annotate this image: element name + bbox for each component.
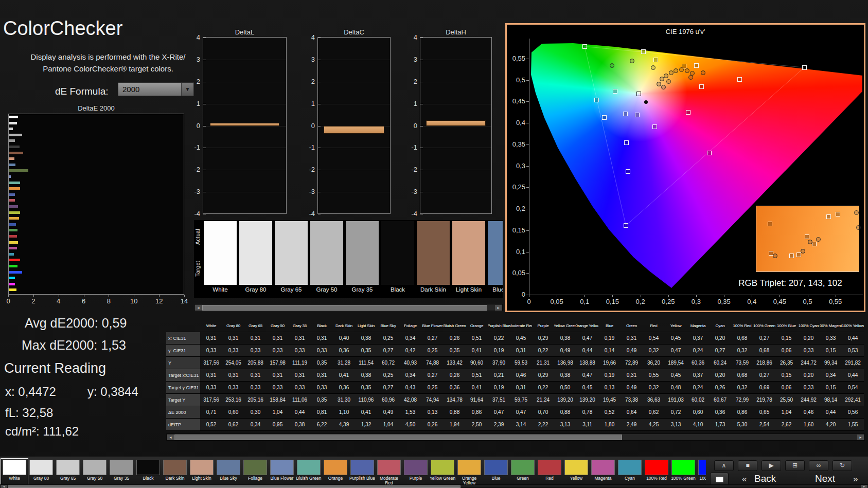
- patch-label: Gray 80: [239, 286, 272, 293]
- toolbar-patch-gray-35[interactable]: Gray 35: [108, 459, 135, 485]
- chart-plot: [203, 37, 287, 214]
- toolbar-patch-orange-yellow[interactable]: Orange Yellow: [456, 459, 483, 485]
- toolbar-patch-green[interactable]: Green: [509, 459, 536, 485]
- toolbar-patch-black[interactable]: Black: [135, 459, 162, 485]
- page-scrollbar: ◂ ▸: [0, 484, 868, 488]
- actual-swatch: [275, 221, 308, 253]
- axis-tick-label: 0,35: [508, 140, 525, 148]
- axis-tick: [203, 126, 206, 126]
- reading-y-value: y: 0,3844: [87, 385, 138, 399]
- toolbar-patch-100-red[interactable]: 100% Red: [643, 459, 670, 485]
- table-cell: 0,81: [311, 406, 333, 419]
- toolbar-patch-moderate-red[interactable]: Moderate Red: [376, 459, 402, 485]
- toolbar-patch-purple[interactable]: Purple: [402, 459, 429, 485]
- stop-icon[interactable]: ■: [738, 460, 757, 471]
- patch-label: Gray 65: [275, 286, 308, 293]
- table-cell: 0,36: [709, 406, 731, 419]
- de-formula-dropdown[interactable]: 2000 ▼: [118, 82, 194, 96]
- fullscreen-icon[interactable]: ⊞: [785, 460, 805, 471]
- scroll-left-icon[interactable]: ◂: [167, 435, 174, 440]
- patch-label: Gray 35: [346, 286, 379, 293]
- table-cell: 21,24: [532, 394, 554, 406]
- table-cell: 0,45: [665, 332, 687, 345]
- table-cell: 91,64: [466, 394, 488, 406]
- table-cell: 317,56: [200, 357, 222, 369]
- axis-tick-label: 4: [304, 33, 315, 41]
- toolbar-patch-yellow-green[interactable]: Yellow Green: [429, 459, 456, 485]
- nav-next-icon[interactable]: »: [853, 474, 858, 484]
- axis-tick: [526, 166, 529, 167]
- target-square-marker: [652, 124, 657, 129]
- scroll-right-icon[interactable]: ▸: [861, 485, 867, 488]
- page-scrollbar-thumb[interactable]: [8, 485, 460, 488]
- measured-circle-marker: [651, 65, 656, 70]
- toolbar-patch-orange[interactable]: Orange: [322, 459, 349, 485]
- toolbar-patch-gray-80[interactable]: Gray 80: [28, 459, 55, 485]
- deltae-bar: [9, 152, 23, 154]
- gridline: [318, 104, 390, 104]
- toolbar-patch-gray-65[interactable]: Gray 65: [55, 459, 81, 485]
- axis-tick-label: 6: [78, 297, 90, 305]
- axis-tick: [420, 104, 423, 104]
- toolbar-patch-blue-flower[interactable]: Blue Flower: [269, 459, 295, 485]
- table-cell: 0,46: [510, 369, 532, 382]
- current-reading-heading: Current Reading: [4, 360, 106, 376]
- nav-prev-icon[interactable]: «: [742, 474, 747, 484]
- table-cell: 0,44: [820, 406, 842, 419]
- deltae-bar: [9, 187, 20, 190]
- whitepoint-square-marker: [636, 92, 641, 96]
- axis-tick-label: 0,4: [508, 119, 525, 126]
- table-cell: 0,35: [311, 394, 333, 406]
- scroll-right-icon[interactable]: ▸: [495, 305, 502, 311]
- scroll-right-icon[interactable]: ▸: [857, 435, 864, 440]
- axis-tick: [526, 80, 529, 81]
- toolbar-patch-red[interactable]: Red: [536, 459, 563, 485]
- toolbar-patch-cyan[interactable]: Cyan: [616, 459, 643, 485]
- toolbar-patch-dark-skin[interactable]: Dark Skin: [162, 459, 188, 485]
- table-cell: 244,72: [798, 357, 820, 369]
- toolbar-patch-purplish-blue[interactable]: Purplish Blue: [349, 459, 376, 485]
- chevron-up-icon[interactable]: ∧: [714, 460, 734, 471]
- axis-tick: [420, 126, 423, 126]
- table-cell: 40,93: [399, 357, 421, 369]
- toolbar-patch-magenta[interactable]: Magenta: [590, 459, 616, 485]
- scroll-left-icon[interactable]: ◂: [195, 305, 202, 311]
- column-header-100-magenta: 100% Magenta: [820, 320, 842, 332]
- column-header-blue: Blue: [598, 320, 621, 332]
- target-square-marker: [635, 113, 640, 117]
- scroll-left-icon[interactable]: ◂: [1, 485, 7, 488]
- toolbar-patch-light-skin[interactable]: Light Skin: [188, 459, 215, 485]
- table-cell: 0,19: [488, 382, 510, 394]
- axis-tick-label: -4: [406, 210, 417, 218]
- patch-color: [136, 460, 160, 475]
- row-label-cell: Target x:CIE31: [166, 369, 200, 382]
- axis-tick-label: 14: [178, 297, 190, 305]
- table-cell: 0,47: [665, 345, 687, 357]
- next-button[interactable]: Next: [815, 473, 835, 484]
- patch-column-gray-80: Gray 80: [239, 221, 272, 293]
- target-square-marker: [594, 98, 599, 102]
- toolbar-patch-gray-50[interactable]: Gray 50: [81, 459, 108, 485]
- loop-icon[interactable]: ∞: [809, 460, 828, 471]
- table-cell: 0,36: [333, 345, 355, 357]
- table-cell: 1,55: [842, 419, 864, 431]
- table-cell: 4,25: [643, 419, 665, 431]
- play-icon[interactable]: ▶: [761, 460, 781, 471]
- gridline: [203, 82, 286, 82]
- toolbar-patch-yellow[interactable]: Yellow: [563, 459, 590, 485]
- toolbar-patch-100-green[interactable]: 100% Green: [670, 459, 697, 485]
- gridline: [420, 104, 491, 104]
- table-cell: 0,78: [576, 406, 598, 419]
- table-cell: 0,38: [554, 369, 576, 382]
- table-scrollbar-thumb[interactable]: [174, 435, 622, 440]
- toolbar-patch-bluish-green[interactable]: Bluish Green: [295, 459, 322, 485]
- toolbar-patch-blue-sky[interactable]: Blue Sky: [215, 459, 242, 485]
- toolbar-patch-white[interactable]: White: [1, 459, 28, 485]
- refresh-icon[interactable]: ↻: [832, 460, 852, 471]
- table-cell: 0,15: [820, 382, 842, 394]
- strip-scrollbar-thumb[interactable]: [202, 305, 487, 311]
- toolbar-patch-blue[interactable]: Blue: [483, 459, 509, 485]
- back-button[interactable]: Back: [754, 473, 776, 484]
- playback-controls: ∧■▶⊞∞↻ « Back Next »: [706, 457, 868, 488]
- toolbar-patch-foliage[interactable]: Foliage: [242, 459, 269, 485]
